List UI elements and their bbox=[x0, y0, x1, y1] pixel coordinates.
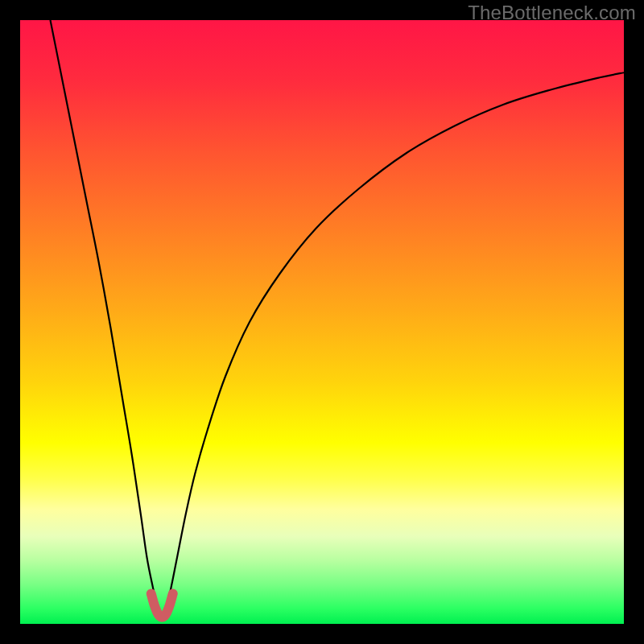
chart-svg bbox=[20, 20, 624, 624]
chart-frame: TheBottleneck.com bbox=[0, 0, 644, 644]
plot-area bbox=[20, 20, 624, 624]
gradient-background bbox=[20, 20, 624, 624]
